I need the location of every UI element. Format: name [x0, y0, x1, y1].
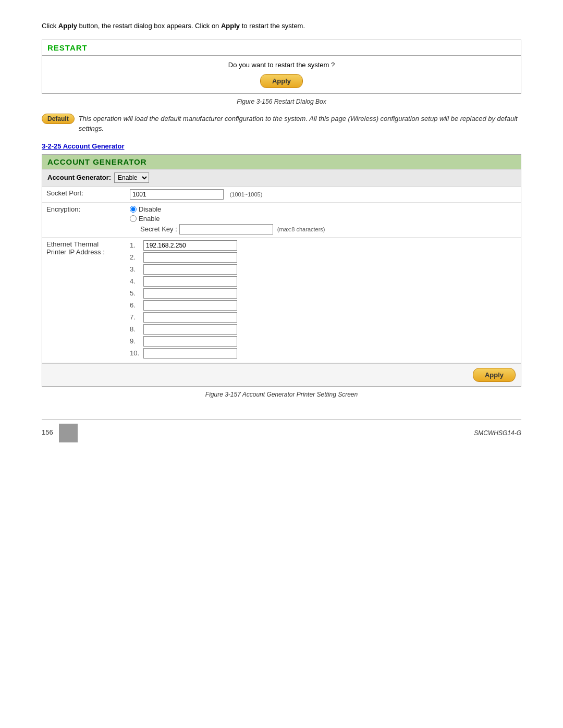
eth-label: Ethernet Thermal	[46, 240, 99, 248]
ip-input-10[interactable]	[143, 348, 237, 359]
account-gen-title: ACCOUNT GENERATOR	[47, 157, 147, 166]
model-number: SMCWHSG14-G	[474, 429, 521, 437]
ip-num-1: 1.	[130, 241, 140, 249]
secret-key-hint: (max:8 characters)	[277, 226, 325, 232]
ip-row-7: 7.	[130, 312, 517, 323]
ip-row-8: 8.	[130, 324, 517, 335]
account-gen-apply-button[interactable]: Apply	[473, 368, 516, 382]
ip-input-1[interactable]	[143, 240, 237, 251]
socket-port-label: Socket Port:	[42, 187, 126, 203]
restart-header: RESTART	[42, 40, 521, 56]
apply-bold-2: Apply	[221, 22, 240, 30]
ip-row-1: 1.	[130, 240, 517, 251]
account-gen-select[interactable]: Enable Disable	[114, 172, 149, 183]
account-gen-body: Account Generator: Enable Disable Socket…	[42, 169, 521, 386]
socket-port-value-cell: (1001~1005)	[126, 187, 521, 203]
ip-row-9: 9.	[130, 336, 517, 347]
account-gen-top-label: Account Generator:	[47, 174, 111, 181]
ip-num-2: 2.	[130, 253, 140, 261]
eth-label-cell: Ethernet Thermal Printer IP Address :	[42, 237, 126, 363]
footer-rectangle	[59, 424, 78, 442]
ip-num-6: 6.	[130, 301, 140, 309]
account-gen-table: Socket Port: (1001~1005) Encryption: Dis…	[42, 187, 521, 363]
default-section: Default This operation will load the def…	[42, 114, 521, 134]
restart-title: RESTART	[47, 43, 88, 52]
ip-row-4: 4.	[130, 276, 517, 287]
ip-num-3: 3.	[130, 265, 140, 273]
restart-body: Do you want to restart the system ? Appl…	[42, 56, 521, 93]
ip-input-3[interactable]	[143, 264, 237, 275]
encryption-label: Encryption:	[42, 202, 126, 237]
ip-address-row: Ethernet Thermal Printer IP Address : 1.…	[42, 237, 521, 363]
ip-num-10: 10.	[130, 349, 140, 357]
default-description: This operation will load the default man…	[79, 114, 521, 134]
restart-figure-caption: Figure 3-156 Restart Dialog Box	[42, 98, 521, 105]
ip-row-3: 3.	[130, 264, 517, 275]
socket-port-hint: (1001~1005)	[230, 191, 263, 198]
ip-input-8[interactable]	[143, 324, 237, 335]
account-gen-footer: Apply	[42, 363, 521, 386]
encryption-value-cell: Disable Enable Secret Key : (max:8 chara…	[126, 202, 521, 237]
restart-apply-button[interactable]: Apply	[260, 74, 303, 88]
disable-label: Disable	[139, 205, 161, 213]
ip-input-9[interactable]	[143, 336, 237, 347]
page-footer: 156 SMCWHSG14-G	[42, 419, 521, 442]
account-gen-header: ACCOUNT GENERATOR	[42, 155, 521, 169]
ip-num-8: 8.	[130, 325, 140, 333]
restart-question: Do you want to restart the system ?	[47, 61, 516, 69]
ip-input-7[interactable]	[143, 312, 237, 323]
apply-bold-1: Apply	[58, 22, 77, 30]
ip-input-4[interactable]	[143, 276, 237, 287]
socket-port-input[interactable]	[130, 189, 224, 200]
ip-row-5: 5.	[130, 288, 517, 299]
ip-input-2[interactable]	[143, 252, 237, 263]
section-link-3-2-25[interactable]: 3-2-25 Account Generator	[42, 142, 521, 150]
account-gen-figure-caption: Figure 3-157 Account Generator Printer S…	[42, 391, 521, 398]
ip-row-10: 10.	[130, 348, 517, 359]
ip-num-5: 5.	[130, 289, 140, 297]
ip-num-7: 7.	[130, 313, 140, 321]
ip-list-cell: 1. 2. 3. 4.	[126, 237, 521, 363]
restart-dialog-box: RESTART Do you want to restart the syste…	[42, 40, 521, 94]
enable-label: Enable	[139, 215, 160, 223]
disable-radio[interactable]	[130, 206, 137, 213]
ip-input-5[interactable]	[143, 288, 237, 299]
encryption-row: Encryption: Disable Enable Secret Key : …	[42, 202, 521, 237]
intro-paragraph: Click Apply button, the restart dialog b…	[42, 21, 521, 31]
eth-label2: Printer IP Address :	[46, 248, 105, 256]
page-num-container: 156	[42, 424, 78, 442]
default-badge: Default	[42, 114, 75, 124]
disable-radio-row: Disable	[130, 205, 517, 213]
socket-port-row: Socket Port: (1001~1005)	[42, 187, 521, 203]
enable-radio[interactable]	[130, 215, 137, 222]
account-generator-panel: ACCOUNT GENERATOR Account Generator: Ena…	[42, 154, 521, 387]
ip-row-2: 2.	[130, 252, 517, 263]
secret-key-row: Secret Key : (max:8 characters)	[140, 224, 517, 235]
ip-num-4: 4.	[130, 277, 140, 285]
ip-input-6[interactable]	[143, 300, 237, 311]
secret-key-label: Secret Key :	[140, 225, 177, 233]
enable-radio-row: Enable	[130, 215, 517, 223]
secret-key-input[interactable]	[179, 224, 273, 235]
ip-num-9: 9.	[130, 337, 140, 345]
account-gen-top-row: Account Generator: Enable Disable	[42, 169, 521, 187]
page-number: 156	[42, 428, 53, 436]
ip-row-6: 6.	[130, 300, 517, 311]
